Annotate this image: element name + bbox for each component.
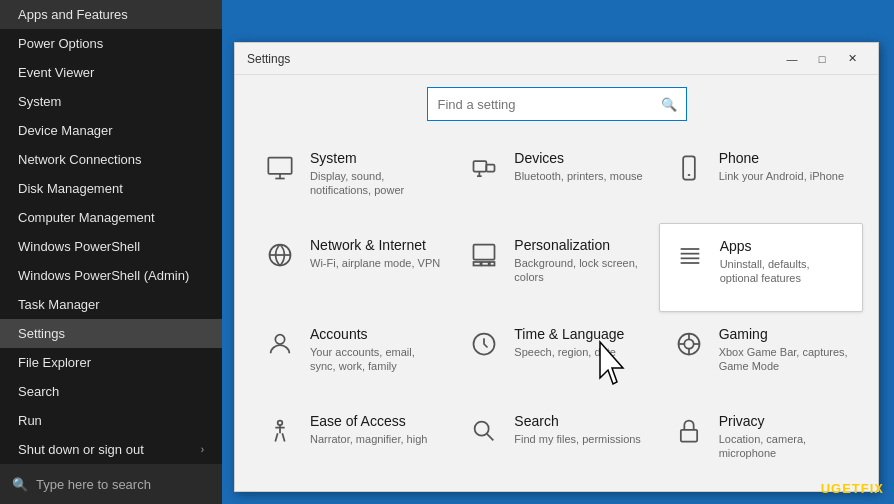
- tile-time-subtitle: Speech, region, date: [514, 345, 646, 359]
- menu-item-power-options[interactable]: Power Options: [0, 29, 222, 58]
- tile-accounts-subtitle: Your accounts, email, sync, work, family: [310, 345, 442, 374]
- svg-rect-0: [268, 158, 291, 174]
- tile-time-language[interactable]: Time & Language Speech, region, date: [454, 312, 658, 399]
- tile-phone-title: Phone: [719, 150, 851, 166]
- tile-devices[interactable]: Devices Bluetooth, printers, mouse: [454, 136, 658, 223]
- tile-privacy-title: Privacy: [719, 413, 851, 429]
- settings-search-bar: 🔍: [235, 75, 878, 131]
- svg-point-27: [278, 421, 283, 426]
- tile-apps-subtitle: Uninstall, defaults, optional features: [720, 257, 850, 286]
- tile-network[interactable]: Network & Internet Wi-Fi, airplane mode,…: [250, 223, 454, 312]
- menu-item-task-manager[interactable]: Task Manager: [0, 290, 222, 319]
- devices-icon: [466, 150, 502, 186]
- tile-search[interactable]: Search Find my files, permissions: [454, 399, 658, 486]
- tile-devices-subtitle: Bluetooth, printers, mouse: [514, 169, 646, 183]
- tile-phone[interactable]: Phone Link your Android, iPhone: [659, 136, 863, 223]
- svg-rect-12: [474, 262, 481, 266]
- tile-network-title: Network & Internet: [310, 237, 442, 253]
- tile-ease-of-access[interactable]: Ease of Access Narrator, magnifier, high: [250, 399, 454, 486]
- svg-rect-11: [474, 245, 495, 260]
- submenu-arrow-icon: ›: [201, 444, 204, 455]
- menu-item-settings[interactable]: Settings: [0, 319, 222, 348]
- tile-time-title: Time & Language: [514, 326, 646, 342]
- tile-privacy[interactable]: Privacy Location, camera, microphone: [659, 399, 863, 486]
- titlebar-controls: — □ ✕: [778, 48, 866, 70]
- svg-rect-3: [474, 161, 487, 172]
- tile-search-title: Search: [514, 413, 646, 429]
- tile-accounts[interactable]: Accounts Your accounts, email, sync, wor…: [250, 312, 454, 399]
- menu-item-event-viewer[interactable]: Event Viewer: [0, 58, 222, 87]
- svg-rect-13: [482, 262, 489, 266]
- menu-item-disk-management[interactable]: Disk Management: [0, 174, 222, 203]
- menu-item-computer-management[interactable]: Computer Management: [0, 203, 222, 232]
- search-icon: 🔍: [661, 97, 677, 112]
- system-icon: [262, 150, 298, 186]
- ease-of-access-icon: [262, 413, 298, 449]
- settings-window-title: Settings: [247, 52, 290, 66]
- menu-item-apps-features[interactable]: Apps and Features: [0, 0, 222, 29]
- taskbar-search-placeholder[interactable]: Type here to search: [36, 477, 151, 492]
- tile-system-subtitle: Display, sound, notifications, power: [310, 169, 442, 198]
- settings-grid: System Display, sound, notifications, po…: [235, 131, 878, 491]
- tile-ease-subtitle: Narrator, magnifier, high: [310, 432, 442, 446]
- tile-system-title: System: [310, 150, 442, 166]
- close-button[interactable]: ✕: [838, 48, 866, 70]
- menu-item-file-explorer[interactable]: File Explorer: [0, 348, 222, 377]
- tile-network-subtitle: Wi-Fi, airplane mode, VPN: [310, 256, 442, 270]
- personalization-icon: [466, 237, 502, 273]
- tile-personalization-title: Personalization: [514, 237, 646, 253]
- gaming-icon: [671, 326, 707, 362]
- menu-item-system[interactable]: System: [0, 87, 222, 116]
- menu-item-windows-powershell-admin[interactable]: Windows PowerShell (Admin): [0, 261, 222, 290]
- taskbar-search-icon: 🔍: [12, 477, 28, 492]
- tile-gaming-title: Gaming: [719, 326, 851, 342]
- tile-search-subtitle: Find my files, permissions: [514, 432, 646, 446]
- phone-icon: [671, 150, 707, 186]
- tile-apps-title: Apps: [720, 238, 850, 254]
- tile-system[interactable]: System Display, sound, notifications, po…: [250, 136, 454, 223]
- settings-window: Settings — □ ✕ 🔍 System Display, so: [234, 42, 879, 492]
- tile-personalization-subtitle: Background, lock screen, colors: [514, 256, 646, 285]
- tile-devices-title: Devices: [514, 150, 646, 166]
- menu-item-device-manager[interactable]: Device Manager: [0, 116, 222, 145]
- tile-phone-subtitle: Link your Android, iPhone: [719, 169, 851, 183]
- settings-titlebar: Settings — □ ✕: [235, 43, 878, 75]
- accounts-icon: [262, 326, 298, 362]
- tile-personalization[interactable]: Personalization Background, lock screen,…: [454, 223, 658, 312]
- watermark: UGETFIX: [821, 481, 884, 496]
- tile-accounts-title: Accounts: [310, 326, 442, 342]
- svg-point-22: [684, 339, 693, 348]
- taskbar-search-bar: 🔍 Type here to search: [0, 464, 222, 504]
- svg-line-29: [487, 434, 493, 440]
- svg-point-28: [475, 422, 489, 436]
- menu-item-shut-down[interactable]: Shut down or sign out ›: [0, 435, 222, 464]
- tile-gaming-subtitle: Xbox Game Bar, captures, Game Mode: [719, 345, 851, 374]
- time-icon: [466, 326, 502, 362]
- settings-search-input[interactable]: [427, 87, 687, 121]
- network-icon: [262, 237, 298, 273]
- svg-rect-7: [683, 156, 695, 179]
- svg-rect-4: [487, 165, 495, 172]
- menu-item-network-connections[interactable]: Network Connections: [0, 145, 222, 174]
- search-tile-icon: [466, 413, 502, 449]
- menu-item-windows-powershell[interactable]: Windows PowerShell: [0, 232, 222, 261]
- menu-item-search[interactable]: Search: [0, 377, 222, 406]
- svg-rect-14: [490, 262, 495, 266]
- tile-gaming[interactable]: Gaming Xbox Game Bar, captures, Game Mod…: [659, 312, 863, 399]
- menu-item-run[interactable]: Run: [0, 406, 222, 435]
- svg-point-19: [275, 335, 284, 344]
- tile-apps[interactable]: Apps Uninstall, defaults, optional featu…: [659, 223, 863, 312]
- tile-ease-title: Ease of Access: [310, 413, 442, 429]
- privacy-icon: [671, 413, 707, 449]
- svg-rect-30: [680, 430, 696, 442]
- tile-privacy-subtitle: Location, camera, microphone: [719, 432, 851, 461]
- apps-icon: [672, 238, 708, 274]
- context-menu: Apps and Features Power Options Event Vi…: [0, 0, 222, 480]
- maximize-button[interactable]: □: [808, 48, 836, 70]
- minimize-button[interactable]: —: [778, 48, 806, 70]
